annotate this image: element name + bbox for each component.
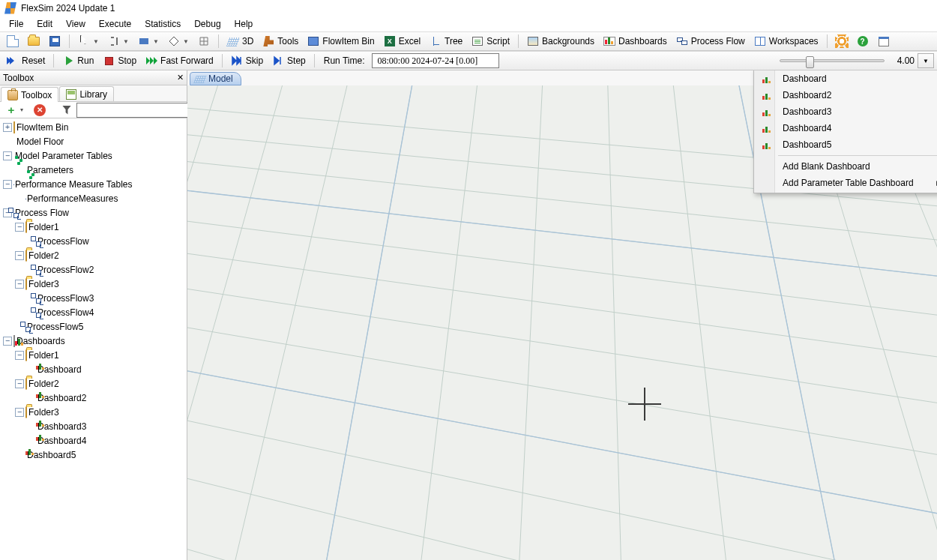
process-flow-button[interactable]: Process Flow [672,33,749,49]
toolbox-panel: Toolbox ✕ Toolbox Library +▾ ✕ ? +FlowIt… [0,70,187,560]
shape-button[interactable]: ▼ [134,33,163,49]
tree-processflow4[interactable]: ProcessFlow4 [0,305,187,319]
dashboards-dropdown: Dashboard Dashboard2 Dashboard3 Dashboar… [753,70,937,193]
tree-process-flow[interactable]: −Process Flow [0,205,187,220]
save-icon [49,36,60,46]
speed-dropdown[interactable]: ▼ [918,53,934,68]
excel-button[interactable]: XExcel [380,33,424,49]
stop-button[interactable]: Stop [99,52,140,69]
library-icon [66,89,76,100]
dashboard-icon [603,37,615,46]
menu-add-blank-dashboard[interactable]: Add Blank Dashboard [756,158,937,175]
tree-pf-folder3[interactable]: −Folder3 [0,277,187,291]
menu-view[interactable]: View [61,17,90,31]
new-button[interactable] [3,33,22,49]
viewport[interactable]: Model [187,70,937,560]
menu-statistics[interactable]: Statistics [140,17,185,31]
tree-processflow5[interactable]: ProcessFlow5 [0,319,187,334]
tree-dashboard4[interactable]: Dashboard4 [0,433,187,448]
chevron-down-icon: ▼ [93,38,99,45]
settings-button[interactable] [832,33,852,49]
menu-dashboard[interactable]: Dashboard [756,70,937,87]
tree-processflow1[interactable]: ProcessFlow [0,234,187,248]
view-tab-model[interactable]: Model [190,72,241,85]
separator [827,34,828,48]
panel-close-button[interactable]: ✕ [177,73,184,82]
folder-icon [25,406,27,418]
menu-separator [778,155,937,156]
tree-dashboard3[interactable]: Dashboard3 [0,419,187,433]
tree-model-param-tables[interactable]: −Model Parameter Tables [0,148,187,163]
delete-button[interactable]: ✕ [31,102,48,118]
chevron-down-icon: ▼ [183,38,189,45]
tree-pf-folder1[interactable]: −Folder1 [0,220,187,234]
tools-button[interactable]: Tools [259,33,302,49]
run-button[interactable]: Run [58,52,97,69]
help-button[interactable]: ? [853,33,873,49]
tree-dash-folder1[interactable]: −Folder1 [0,348,187,362]
filter-button[interactable] [60,102,73,118]
menu-debug[interactable]: Debug [190,17,225,31]
open-button[interactable] [24,33,43,49]
workspaces-button[interactable]: Workspaces [750,33,822,49]
skip-button[interactable]: Skip [227,52,267,69]
menu-edit[interactable]: Edit [32,17,57,31]
tree-flowitem-bin[interactable]: +FlowItem Bin [0,120,187,134]
connector-button[interactable]: ▼ [104,33,133,49]
menu-execute[interactable]: Execute [94,17,136,31]
reset-button[interactable]: Reset [3,52,49,69]
tree-processflow2[interactable]: ProcessFlow2 [0,262,187,277]
tree-icon [430,36,441,46]
tree-button[interactable]: Tree [426,33,466,49]
toolbox-bar: +▾ ✕ ? [0,102,187,118]
tree-parameters[interactable]: Parameters [0,163,187,177]
tree-perf-measures[interactable]: PerformanceMeasures [0,191,187,205]
chevron-down-icon: ▼ [123,38,129,45]
toolbar-simulation: Reset Run Stop Fast Forward Skip Step Ru… [0,51,937,70]
stop-icon [105,57,113,65]
pointer-button[interactable]: ▼ [74,33,103,49]
chevron-down-icon: ▼ [153,38,159,45]
3d-view-button[interactable]: 3D [223,33,257,49]
tools-icon [263,36,274,46]
menu-dashboard4[interactable]: Dashboard4 [756,120,937,136]
tree-dashboard2[interactable]: Dashboard2 [0,391,187,405]
toolbox-tree: +FlowItem Bin Model Floor −Model Paramet… [0,118,187,560]
tree-dash-folder2[interactable]: −Folder2 [0,376,187,391]
box-icon [13,121,15,133]
backgrounds-button[interactable]: Backgrounds [523,33,598,49]
tree-model-floor[interactable]: Model Floor [0,134,187,148]
search-input[interactable] [76,103,196,118]
snap-button[interactable] [194,33,214,49]
edit-mode-button[interactable]: ▼ [164,33,193,49]
tree-pf-folder2[interactable]: −Folder2 [0,248,187,262]
menu-help[interactable]: Help [230,17,258,31]
tab-library[interactable]: Library [59,86,114,101]
menu-dashboard3[interactable]: Dashboard3 [756,103,937,120]
save-button[interactable] [45,33,64,49]
menu-dashboard2[interactable]: Dashboard2 [756,87,937,103]
menu-file[interactable]: File [4,17,28,31]
menu-add-parameter-table-dashboard[interactable]: Add Parameter Table Dashboard▶ [756,175,937,191]
separator [69,34,70,48]
calendar-button[interactable] [874,33,894,49]
grid-3d-icon [195,74,205,83]
tree-perf-tables[interactable]: −Performance Measure Tables [0,177,187,191]
flowitem-bin-button[interactable]: FlowItem Bin [304,33,378,49]
add-button[interactable]: +▾ [3,102,28,118]
step-button[interactable]: Step [268,52,310,69]
fast-forward-button[interactable]: Fast Forward [142,52,217,69]
script-button[interactable]: Script [468,33,513,49]
dashboards-button[interactable]: Dashboards [600,33,671,49]
tab-toolbox[interactable]: Toolbox [1,87,58,102]
speed-slider[interactable] [780,59,885,62]
tree-dashboard5[interactable]: Dashboard5 [0,448,187,462]
menu-dashboard5[interactable]: Dashboard5 [756,136,937,153]
folder-open-icon [28,37,40,46]
tree-processflow3[interactable]: ProcessFlow3 [0,291,187,305]
toolbar-main: ▼ ▼ ▼ ▼ 3D Tools FlowItem Bin XExcel Tre… [0,31,937,51]
run-time-display[interactable]: 08:00:00 2024-07-24 [0.00] [372,53,499,68]
tree-dashboards[interactable]: −Dashboards [0,334,187,348]
tree-dashboard1[interactable]: Dashboard [0,362,187,376]
tree-dash-folder3[interactable]: −Folder3 [0,405,187,419]
